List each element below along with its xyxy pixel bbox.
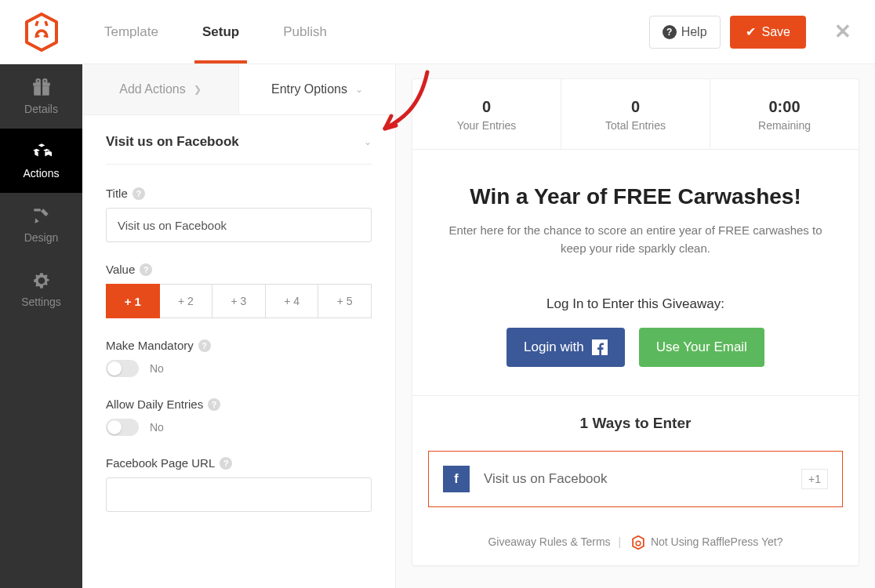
close-button[interactable]: ✕ [823, 13, 862, 52]
subtab-add-actions-label: Add Actions [119, 82, 186, 96]
chevron-down-icon: ⌄ [364, 136, 372, 147]
fburl-field-label: Facebook Page URL ? [106, 456, 372, 470]
your-entries-label: Your Entries [419, 119, 554, 132]
fb-url-input[interactable] [106, 477, 372, 512]
remaining-value: 0:00 [717, 98, 852, 116]
help-icon[interactable]: ? [198, 339, 211, 352]
mandatory-toggle[interactable] [106, 360, 139, 377]
login-fb-label: Login with [524, 339, 584, 355]
subtab-entry-options-label: Entry Options [271, 82, 347, 96]
svg-point-1 [37, 34, 39, 37]
title-field-label: Title ? [106, 187, 372, 200]
svg-point-6 [36, 79, 39, 82]
sidebar-actions-label: Actions [24, 167, 60, 180]
panel-title: Visit us on Facebook [106, 134, 239, 150]
chevron-down-icon: ⌄ [355, 84, 363, 95]
your-entries-value: 0 [419, 98, 554, 116]
gift-icon [31, 78, 52, 98]
login-facebook-button[interactable]: Login with [506, 328, 625, 367]
sidebar-item-actions[interactable]: Actions [0, 129, 82, 193]
total-entries-label: Total Entries [568, 119, 703, 132]
tab-setup[interactable]: Setup [180, 0, 261, 64]
tab-template[interactable]: Template [82, 0, 180, 64]
help-icon: ? [663, 25, 677, 39]
help-button[interactable]: ? Help [649, 16, 721, 49]
rafflepress-mini-logo [632, 535, 644, 550]
login-title: Log In to Enter this Giveaway: [441, 296, 830, 312]
value-option-3[interactable]: + 3 [212, 284, 266, 318]
subtab-add-actions[interactable]: Add Actions ❯ [82, 64, 239, 114]
sidebar-design-label: Design [24, 231, 59, 244]
remaining-label: Remaining [717, 119, 852, 132]
sidebar-settings-label: Settings [21, 296, 61, 308]
entry-action-points: +1 [801, 469, 828, 489]
svg-marker-10 [633, 536, 644, 550]
title-input[interactable] [106, 208, 372, 242]
preview-pane: 0 Your Entries 0 Total Entries 0:00 Rema… [396, 64, 875, 588]
facebook-icon: f [443, 466, 470, 492]
help-icon[interactable]: ? [220, 457, 232, 470]
value-field-label: Value ? [106, 263, 372, 276]
total-entries-value: 0 [568, 98, 703, 116]
entry-action-row[interactable]: f Visit us on Facebook +1 [428, 451, 843, 507]
svg-point-7 [43, 79, 46, 82]
close-icon: ✕ [834, 20, 851, 44]
save-button[interactable]: ✔ Save [730, 16, 806, 49]
daily-toggle[interactable] [106, 419, 139, 436]
cubes-icon [31, 142, 52, 162]
svg-marker-0 [27, 14, 56, 50]
help-icon[interactable]: ? [208, 398, 220, 411]
sidebar-details-label: Details [24, 103, 58, 115]
giveaway-preview: 0 Your Entries 0 Total Entries 0:00 Rema… [412, 78, 859, 566]
daily-field-label: Allow Daily Entries ? [106, 397, 372, 411]
sidebar-item-settings[interactable]: Settings [0, 257, 82, 321]
svg-rect-8 [34, 209, 41, 211]
giveaway-subhead: Enter here for the chance to score an en… [441, 222, 830, 257]
login-email-button[interactable]: Use Your Email [639, 328, 764, 367]
value-option-1[interactable]: + 1 [106, 284, 160, 318]
save-label: Save [762, 25, 790, 39]
preview-footer: Giveaway Rules & Terms | Not Using Raffl… [412, 523, 859, 565]
svg-rect-5 [40, 83, 42, 96]
not-using-link[interactable]: Not Using RafflePress Yet? [651, 535, 783, 548]
facebook-icon [592, 339, 608, 355]
help-label: Help [681, 25, 707, 39]
subtab-entry-options[interactable]: Entry Options ⌄ [239, 64, 395, 114]
mandatory-state: No [150, 362, 164, 375]
editor-panel: Add Actions ❯ Entry Options ⌄ Visit us o… [82, 64, 396, 588]
design-icon [31, 206, 52, 227]
rules-link[interactable]: Giveaway Rules & Terms [488, 535, 610, 548]
panel-collapse-toggle[interactable]: Visit us on Facebook ⌄ [106, 134, 372, 165]
help-icon[interactable]: ? [140, 263, 152, 276]
entry-action-label: Visit us on Facebook [484, 471, 608, 487]
app-logo [0, 13, 82, 52]
mandatory-field-label: Make Mandatory ? [106, 339, 372, 352]
tab-publish[interactable]: Publish [261, 0, 349, 64]
check-icon: ✔ [746, 24, 756, 39]
chevron-right-icon: ❯ [194, 84, 202, 95]
left-sidebar: Details Actions Design Settings [0, 64, 82, 588]
svg-point-11 [636, 541, 641, 546]
giveaway-headline: Win a Year of FREE Carwashes! [441, 184, 830, 209]
value-option-5[interactable]: + 5 [318, 284, 372, 318]
gear-icon [31, 270, 52, 291]
svg-point-2 [43, 34, 45, 37]
value-option-4[interactable]: + 4 [266, 284, 319, 318]
login-email-label: Use Your Email [656, 339, 747, 355]
value-selector: + 1 + 2 + 3 + 4 + 5 [106, 284, 372, 318]
sidebar-item-design[interactable]: Design [0, 193, 82, 257]
ways-to-enter-title: 1 Ways to Enter [412, 396, 859, 451]
value-option-2[interactable]: + 2 [160, 284, 213, 318]
sidebar-item-details[interactable]: Details [0, 64, 82, 129]
help-icon[interactable]: ? [133, 187, 145, 200]
daily-state: No [150, 421, 164, 434]
